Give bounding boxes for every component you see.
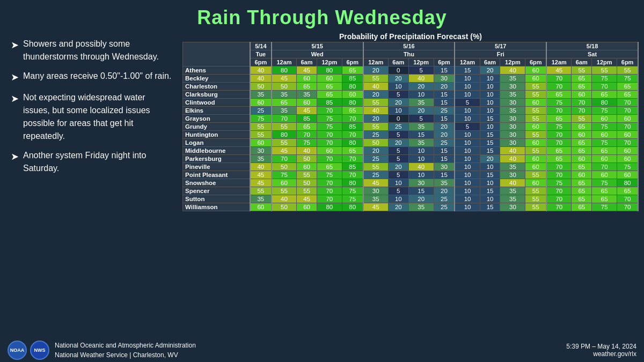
footer-org: National Oceanic and Atmospheric Adminis… xyxy=(55,341,196,360)
table-row: Middlebourne3045406065205101510154055656… xyxy=(183,147,639,155)
footer-left: NOAA NWS National Oceanic and Atmospheri… xyxy=(8,341,196,360)
table-row: Beckley404560608555204030101035607065757… xyxy=(183,75,639,83)
right-panel: Probability of Precipitation Forecast (%… xyxy=(182,32,639,336)
bullet-arrow: ➤ xyxy=(11,38,19,53)
footer-right: 5:39 PM – May 14, 2024 weather.gov/rlx xyxy=(566,343,636,358)
table-row: Charleston505065658040102020101030557065… xyxy=(183,83,639,91)
title: Rain Through Wednesday xyxy=(0,0,644,32)
table-row: Elkins2535457065401020251010355570707570 xyxy=(183,107,639,115)
bullet-arrow: ➤ xyxy=(11,92,19,106)
forecast-table: 5/145/155/165/175/18TueWedThuFriSat6pm12… xyxy=(182,42,639,211)
table-row: Clintwood6065608580552035155103060757080… xyxy=(183,99,639,107)
table-row: Sutton3540457075351020251010355570656570 xyxy=(183,195,639,203)
nws-logo: NWS xyxy=(30,341,49,360)
table-row: Pineville4050606585552040301010356070657… xyxy=(183,163,639,171)
table-row: Parkersburg35705070702551015102040606560… xyxy=(183,155,639,163)
table-row: Snowshoe45605070804510303510104060756575… xyxy=(183,179,639,187)
footer: NOAA NWS National Oceanic and Atmospheri… xyxy=(0,338,644,362)
table-row: Point Pleasant45755575702551015101530557… xyxy=(183,171,639,179)
bullet-item: ➤Many areas receive 0.50"-1.00" of rain. xyxy=(11,70,172,85)
table-row: Clarksburg353535656020510151010355565606… xyxy=(183,91,639,99)
noaa-logo: NOAA xyxy=(8,341,27,360)
table-row: Williamson605060808045203525101530557065… xyxy=(183,203,639,211)
table-row: Grayson75708575702005151015305565556060 xyxy=(183,115,639,123)
table-title: Probability of Precipitation Forecast (%… xyxy=(182,32,639,41)
table-row: Spencer555555707530515201015355570656565 xyxy=(183,187,639,195)
bullet-arrow: ➤ xyxy=(11,70,19,85)
bullet-arrow: ➤ xyxy=(11,150,19,164)
bullet-item: ➤Another system Friday night into Saturd… xyxy=(11,149,172,175)
logos: NOAA NWS xyxy=(8,341,49,360)
table-row: Huntington558070707025515201015305570606… xyxy=(183,131,639,139)
left-panel: ➤Showers and possibly some thunderstorms… xyxy=(5,32,177,336)
table-row: Grundy555565758555253520510306075657570 xyxy=(183,123,639,131)
bullet-item: ➤Showers and possibly some thunderstorms… xyxy=(11,38,172,63)
table-row: Logan6055757080502035251015306070657570 xyxy=(183,139,639,147)
bullet-item: ➤Not expecting widespread water issues, … xyxy=(11,91,172,143)
table-row: Athens40804580652005151520406045555555 xyxy=(183,67,639,75)
